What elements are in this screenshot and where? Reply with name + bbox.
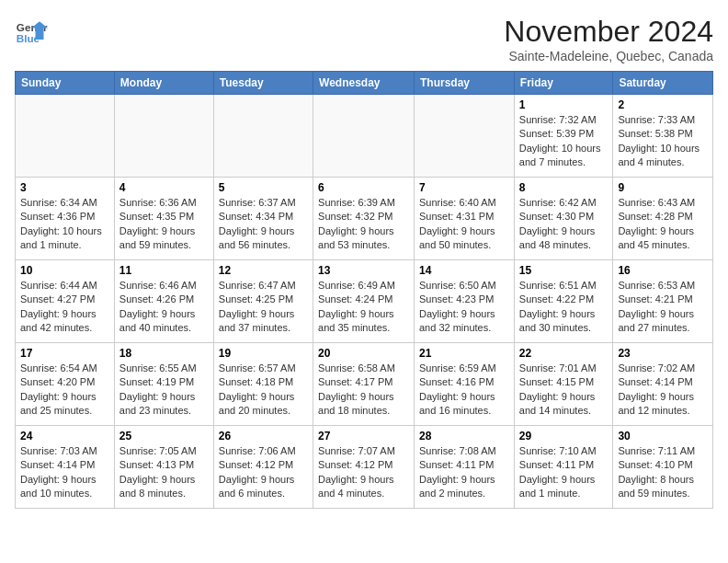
day-number: 10	[20, 264, 109, 277]
calendar-cell: 22Sunrise: 7:01 AM Sunset: 4:15 PM Dayli…	[514, 343, 613, 426]
day-number: 5	[219, 181, 308, 194]
calendar-cell	[16, 95, 115, 178]
day-info: Sunrise: 6:50 AM Sunset: 4:23 PM Dayligh…	[419, 279, 509, 336]
calendar-cell: 26Sunrise: 7:06 AM Sunset: 4:12 PM Dayli…	[213, 426, 313, 509]
day-info: Sunrise: 7:06 AM Sunset: 4:12 PM Dayligh…	[219, 444, 308, 501]
day-number: 6	[318, 181, 409, 194]
day-header-sunday: Sunday	[16, 72, 115, 95]
calendar-cell: 30Sunrise: 7:11 AM Sunset: 4:10 PM Dayli…	[613, 426, 713, 509]
calendar-cell: 15Sunrise: 6:51 AM Sunset: 4:22 PM Dayli…	[514, 260, 613, 343]
calendar-cell: 12Sunrise: 6:47 AM Sunset: 4:25 PM Dayli…	[213, 260, 313, 343]
day-number: 24	[20, 430, 109, 442]
day-number: 25	[119, 430, 209, 442]
day-info: Sunrise: 6:54 AM Sunset: 4:20 PM Dayligh…	[20, 362, 109, 419]
title-block: November 2024 Sainte-Madeleine, Quebec, …	[504, 15, 713, 63]
day-info: Sunrise: 6:57 AM Sunset: 4:18 PM Dayligh…	[219, 362, 308, 419]
day-number: 22	[519, 347, 609, 360]
day-number: 20	[318, 347, 409, 360]
day-number: 15	[519, 264, 609, 277]
calendar-cell: 20Sunrise: 6:58 AM Sunset: 4:17 PM Dayli…	[313, 343, 415, 426]
day-number: 4	[119, 181, 209, 194]
day-info: Sunrise: 6:46 AM Sunset: 4:26 PM Dayligh…	[119, 279, 209, 336]
month-title: November 2024	[504, 15, 713, 49]
day-info: Sunrise: 6:34 AM Sunset: 4:36 PM Dayligh…	[20, 196, 109, 253]
day-number: 13	[318, 264, 409, 277]
calendar-cell: 27Sunrise: 7:07 AM Sunset: 4:12 PM Dayli…	[313, 426, 415, 509]
calendar-cell: 18Sunrise: 6:55 AM Sunset: 4:19 PM Dayli…	[114, 343, 213, 426]
calendar-cell: 3Sunrise: 6:34 AM Sunset: 4:36 PM Daylig…	[16, 178, 115, 260]
day-number: 1	[519, 98, 609, 111]
day-info: Sunrise: 7:01 AM Sunset: 4:15 PM Dayligh…	[519, 362, 609, 419]
calendar-cell: 28Sunrise: 7:08 AM Sunset: 4:11 PM Dayli…	[415, 426, 515, 509]
calendar-cell: 14Sunrise: 6:50 AM Sunset: 4:23 PM Dayli…	[415, 260, 515, 343]
day-info: Sunrise: 6:37 AM Sunset: 4:34 PM Dayligh…	[219, 196, 308, 253]
day-number: 28	[419, 430, 509, 442]
calendar-table: SundayMondayTuesdayWednesdayThursdayFrid…	[15, 71, 713, 509]
day-info: Sunrise: 7:07 AM Sunset: 4:12 PM Dayligh…	[318, 444, 409, 501]
calendar-cell: 7Sunrise: 6:40 AM Sunset: 4:31 PM Daylig…	[415, 178, 515, 260]
week-row-2: 3Sunrise: 6:34 AM Sunset: 4:36 PM Daylig…	[16, 178, 713, 260]
day-info: Sunrise: 7:10 AM Sunset: 4:11 PM Dayligh…	[519, 444, 609, 501]
day-info: Sunrise: 6:49 AM Sunset: 4:24 PM Dayligh…	[318, 279, 409, 336]
day-number: 9	[618, 181, 708, 194]
day-info: Sunrise: 7:03 AM Sunset: 4:14 PM Dayligh…	[20, 444, 109, 501]
week-row-5: 24Sunrise: 7:03 AM Sunset: 4:14 PM Dayli…	[16, 426, 713, 509]
calendar-cell	[213, 95, 313, 178]
calendar-cell: 10Sunrise: 6:44 AM Sunset: 4:27 PM Dayli…	[16, 260, 115, 343]
day-number: 11	[119, 264, 209, 277]
calendar-cell	[415, 95, 515, 178]
calendar-cell: 5Sunrise: 6:37 AM Sunset: 4:34 PM Daylig…	[213, 178, 313, 260]
calendar-cell: 17Sunrise: 6:54 AM Sunset: 4:20 PM Dayli…	[16, 343, 115, 426]
calendar-header-row: SundayMondayTuesdayWednesdayThursdayFrid…	[16, 72, 713, 95]
day-header-tuesday: Tuesday	[213, 72, 313, 95]
day-number: 23	[618, 347, 708, 360]
day-header-friday: Friday	[514, 72, 613, 95]
day-number: 14	[419, 264, 509, 277]
day-number: 26	[219, 430, 308, 442]
day-header-thursday: Thursday	[415, 72, 515, 95]
day-info: Sunrise: 6:43 AM Sunset: 4:28 PM Dayligh…	[618, 196, 708, 253]
day-number: 12	[219, 264, 308, 277]
day-info: Sunrise: 6:59 AM Sunset: 4:16 PM Dayligh…	[419, 362, 509, 419]
day-number: 18	[119, 347, 209, 360]
day-info: Sunrise: 6:55 AM Sunset: 4:19 PM Dayligh…	[119, 362, 209, 419]
day-info: Sunrise: 6:58 AM Sunset: 4:17 PM Dayligh…	[318, 362, 409, 419]
day-info: Sunrise: 7:33 AM Sunset: 5:38 PM Dayligh…	[618, 113, 708, 170]
page-header: General Blue November 2024 Sainte-Madele…	[15, 15, 713, 63]
logo-icon: General Blue	[15, 15, 48, 48]
calendar-cell: 11Sunrise: 6:46 AM Sunset: 4:26 PM Dayli…	[114, 260, 213, 343]
day-info: Sunrise: 6:42 AM Sunset: 4:30 PM Dayligh…	[519, 196, 609, 253]
day-info: Sunrise: 7:11 AM Sunset: 4:10 PM Dayligh…	[618, 444, 708, 501]
calendar-cell: 9Sunrise: 6:43 AM Sunset: 4:28 PM Daylig…	[613, 178, 713, 260]
calendar-cell: 21Sunrise: 6:59 AM Sunset: 4:16 PM Dayli…	[415, 343, 515, 426]
location-subtitle: Sainte-Madeleine, Quebec, Canada	[504, 49, 713, 63]
calendar-cell	[114, 95, 213, 178]
calendar-cell: 29Sunrise: 7:10 AM Sunset: 4:11 PM Dayli…	[514, 426, 613, 509]
calendar-cell: 25Sunrise: 7:05 AM Sunset: 4:13 PM Dayli…	[114, 426, 213, 509]
day-number: 7	[419, 181, 509, 194]
day-info: Sunrise: 7:32 AM Sunset: 5:39 PM Dayligh…	[519, 113, 609, 170]
week-row-3: 10Sunrise: 6:44 AM Sunset: 4:27 PM Dayli…	[16, 260, 713, 343]
calendar-cell: 1Sunrise: 7:32 AM Sunset: 5:39 PM Daylig…	[514, 95, 613, 178]
day-info: Sunrise: 7:02 AM Sunset: 4:14 PM Dayligh…	[618, 362, 708, 419]
calendar-cell: 8Sunrise: 6:42 AM Sunset: 4:30 PM Daylig…	[514, 178, 613, 260]
day-number: 29	[519, 430, 609, 442]
calendar-cell: 23Sunrise: 7:02 AM Sunset: 4:14 PM Dayli…	[613, 343, 713, 426]
calendar-cell: 19Sunrise: 6:57 AM Sunset: 4:18 PM Dayli…	[213, 343, 313, 426]
day-header-saturday: Saturday	[613, 72, 713, 95]
day-info: Sunrise: 6:44 AM Sunset: 4:27 PM Dayligh…	[20, 279, 109, 336]
calendar-cell: 2Sunrise: 7:33 AM Sunset: 5:38 PM Daylig…	[613, 95, 713, 178]
calendar-cell: 24Sunrise: 7:03 AM Sunset: 4:14 PM Dayli…	[16, 426, 115, 509]
logo: General Blue	[15, 15, 48, 48]
day-info: Sunrise: 6:53 AM Sunset: 4:21 PM Dayligh…	[618, 279, 708, 336]
calendar-cell: 4Sunrise: 6:36 AM Sunset: 4:35 PM Daylig…	[114, 178, 213, 260]
calendar-cell: 6Sunrise: 6:39 AM Sunset: 4:32 PM Daylig…	[313, 178, 415, 260]
day-number: 27	[318, 430, 409, 442]
calendar-cell: 16Sunrise: 6:53 AM Sunset: 4:21 PM Dayli…	[613, 260, 713, 343]
day-header-wednesday: Wednesday	[313, 72, 415, 95]
day-number: 17	[20, 347, 109, 360]
day-info: Sunrise: 7:08 AM Sunset: 4:11 PM Dayligh…	[419, 444, 509, 501]
day-number: 8	[519, 181, 609, 194]
day-info: Sunrise: 6:39 AM Sunset: 4:32 PM Dayligh…	[318, 196, 409, 253]
day-number: 2	[618, 98, 708, 111]
